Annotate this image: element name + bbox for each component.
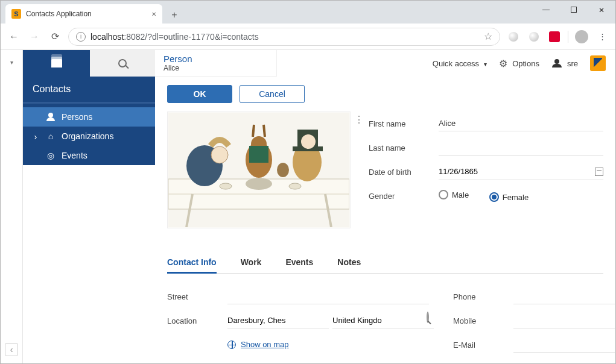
phone-label: Phone <box>453 292 513 301</box>
gender-female-radio[interactable]: Female <box>489 192 529 202</box>
extension-2-icon[interactable] <box>527 30 541 44</box>
search-icon <box>118 59 127 67</box>
sidebar-item-label: Organizations <box>62 131 113 141</box>
extension-angular-icon[interactable] <box>547 30 562 44</box>
svg-point-10 <box>301 134 316 149</box>
dob-input[interactable] <box>439 164 590 180</box>
collapse-sidebar-button[interactable] <box>5 343 18 356</box>
sidebar-item-persons[interactable]: Persons <box>23 107 155 127</box>
tab-events[interactable]: Events <box>285 253 313 273</box>
target-icon <box>46 151 56 160</box>
show-on-map-link[interactable]: Show on map <box>227 340 289 349</box>
sidebar-title: Contacts <box>23 77 155 103</box>
bookmark-star-icon[interactable] <box>484 31 492 42</box>
nav-tab-contacts[interactable] <box>23 50 90 77</box>
first-name-label: First name <box>369 119 429 128</box>
last-name-label: Last name <box>369 143 429 152</box>
user-menu[interactable]: sre <box>551 59 578 68</box>
svg-point-12 <box>246 178 272 190</box>
mini-sidebar <box>1 50 23 363</box>
extension-1-icon[interactable] <box>506 30 521 44</box>
address-bar[interactable]: i localhost:8082/?dl=outline-11770&i=con… <box>68 28 500 46</box>
entity-header: Person Alice <box>155 50 277 77</box>
new-tab-button[interactable]: + <box>166 7 183 24</box>
quick-access-label: Quick access <box>433 59 479 68</box>
nav-tab-search[interactable] <box>90 50 155 77</box>
browser-tab-bar: Contacts Application + <box>1 1 615 24</box>
profile-avatar-icon[interactable] <box>574 30 589 44</box>
chevron-down-icon <box>484 59 487 68</box>
chevron-right-icon[interactable] <box>31 131 40 142</box>
forward-button[interactable] <box>27 30 42 44</box>
map-link-label: Show on map <box>241 340 289 349</box>
calendar-icon[interactable] <box>595 168 603 176</box>
svg-point-3 <box>211 146 228 163</box>
tab-title: Contacts Application <box>26 10 147 18</box>
svg-point-14 <box>289 183 301 189</box>
browser-tab[interactable]: Contacts Application <box>5 4 162 24</box>
gender-male-label: Male <box>452 190 469 199</box>
gender-label: Gender <box>369 192 429 201</box>
options-button[interactable]: Options <box>499 58 539 69</box>
mobile-label: Mobile <box>453 316 513 325</box>
entity-name: Alice <box>164 64 268 72</box>
dob-label: Date of birth <box>369 168 429 177</box>
gender-male-radio[interactable]: Male <box>439 190 469 199</box>
location-city-input[interactable] <box>227 313 329 328</box>
cancel-button[interactable]: Cancel <box>240 85 305 103</box>
detail-tabs: Contact Info Work Events Notes <box>167 253 603 274</box>
tab-contact-info[interactable]: Contact Info <box>167 253 217 274</box>
options-label: Options <box>512 59 539 68</box>
tab-notes[interactable]: Notes <box>337 253 361 273</box>
app-logo[interactable] <box>590 55 606 71</box>
logo-icon <box>590 55 606 71</box>
close-tab-icon[interactable] <box>151 10 156 18</box>
reload-button[interactable] <box>48 30 62 44</box>
sidebar-item-label: Events <box>62 151 87 160</box>
home-icon <box>46 131 56 141</box>
location-label: Location <box>167 316 227 325</box>
sidebar-item-events[interactable]: Events <box>23 146 155 165</box>
location-country-input[interactable] <box>332 313 434 328</box>
person-icon <box>46 112 56 122</box>
entity-type: Person <box>164 54 268 64</box>
window-minimize-button[interactable] <box>532 1 560 19</box>
user-label: sre <box>567 59 578 68</box>
window-maximize-button[interactable] <box>560 1 588 19</box>
contacts-icon <box>51 59 62 67</box>
email-input[interactable] <box>513 337 615 353</box>
email-label: E-Mail <box>453 340 513 350</box>
gear-icon <box>499 58 507 69</box>
content-header: Person Alice Quick access Options sre <box>155 50 615 77</box>
globe-icon <box>227 340 236 349</box>
first-name-input[interactable] <box>439 116 603 131</box>
mini-expand-icon[interactable] <box>10 57 13 66</box>
back-button[interactable] <box>7 30 21 44</box>
url-text: localhost:8082/?dl=outline-11770&i=conta… <box>90 32 259 42</box>
tab-work[interactable]: Work <box>241 253 262 273</box>
site-info-icon[interactable]: i <box>76 32 86 42</box>
browser-menu-icon[interactable] <box>595 30 609 44</box>
sidebar-item-organizations[interactable]: Organizations <box>23 127 155 146</box>
svg-rect-6 <box>249 146 268 163</box>
street-label: Street <box>167 292 227 301</box>
ok-button[interactable]: OK <box>167 85 232 103</box>
svg-point-11 <box>277 163 289 177</box>
radio-on-icon <box>489 192 499 202</box>
radio-off-icon <box>439 190 448 199</box>
sidebar: Contacts Persons Organizations Events <box>23 77 155 165</box>
favicon-icon <box>11 9 21 19</box>
street-input[interactable] <box>227 289 429 304</box>
window-close-button[interactable] <box>588 1 615 19</box>
last-name-input[interactable] <box>439 140 603 155</box>
quick-access-menu[interactable]: Quick access <box>433 59 487 68</box>
phone-input[interactable] <box>513 289 615 304</box>
mobile-input[interactable] <box>513 313 615 328</box>
gender-female-label: Female <box>503 193 529 202</box>
sidebar-item-label: Persons <box>62 112 92 122</box>
browser-toolbar: i localhost:8082/?dl=outline-11770&i=con… <box>1 24 615 50</box>
svg-point-13 <box>220 183 232 189</box>
location-search-icon[interactable] <box>427 313 429 328</box>
user-icon <box>551 59 562 67</box>
image-menu-icon[interactable] <box>354 114 364 125</box>
